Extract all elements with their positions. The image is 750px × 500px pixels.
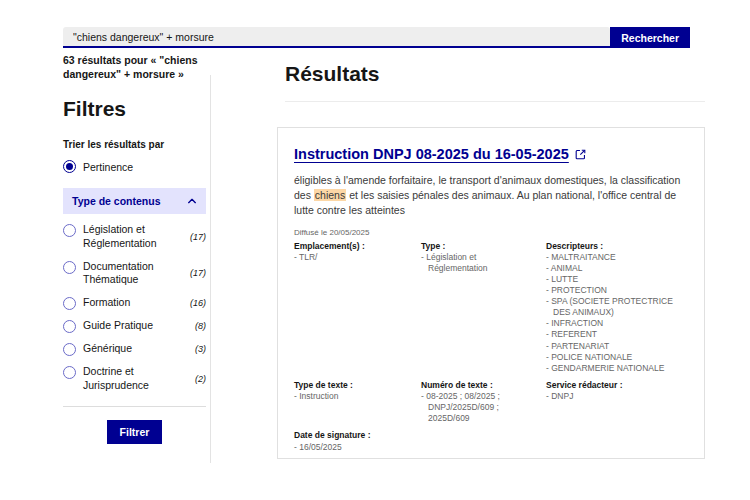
result-count: 63 résultats pour « "chiens dangereux" +…	[63, 53, 206, 81]
content-type-accordion[interactable]: Type de contenus	[63, 188, 206, 214]
meta-field-value: Instruction	[294, 391, 413, 402]
content-type-count: (2)	[195, 374, 206, 384]
content-type-count: (8)	[195, 321, 206, 331]
meta-field-value: MALTRAITANCE	[546, 252, 680, 263]
result-card: Instruction DNPJ 08-2025 du 16-05-2025 é…	[277, 127, 705, 459]
content-type-option[interactable]: Documentation Thématique (17)	[63, 260, 206, 287]
meta-field-label: Descripteurs :	[546, 241, 680, 252]
meta-field-value: POLICE NATIONALE	[546, 352, 680, 363]
radio-unselected-icon[interactable]	[63, 320, 76, 333]
radio-unselected-icon[interactable]	[63, 343, 76, 356]
search-input[interactable]	[63, 27, 610, 48]
content-type-label: Formation	[83, 296, 183, 310]
results-rule	[285, 101, 705, 102]
meta-field-value: 16/05/2025	[294, 442, 413, 453]
meta-field-value: Législation et Réglementation	[421, 252, 538, 274]
meta-field-value: GENDARMERIE NATIONALE	[546, 363, 680, 374]
content-type-options: Législation et Réglementation (17) Docum…	[63, 223, 206, 392]
result-title-link[interactable]: Instruction DNPJ 08-2025 du 16-05-2025	[294, 146, 569, 162]
filters-title: Filtres	[63, 97, 206, 121]
content-type-label: Législation et Réglementation	[83, 223, 183, 250]
content-type-option[interactable]: Doctrine et Jurisprudence (2)	[63, 365, 206, 392]
meta-field-value: DNPJ	[546, 391, 680, 402]
content-type-option[interactable]: Législation et Réglementation (17)	[63, 223, 206, 250]
meta-field: Emplacement(s) :TLR/	[294, 241, 421, 374]
meta-field-label: Service rédacteur :	[546, 380, 680, 391]
meta-field-label: Type :	[421, 241, 538, 252]
meta-field: Numéro de texte :08-2025 ; 08/2025 ; DNP…	[421, 380, 546, 425]
meta-field-label: Type de texte :	[294, 380, 413, 391]
content-type-option[interactable]: Formation (16)	[63, 296, 206, 310]
meta-field-value: ANIMAL	[546, 263, 680, 274]
meta-field: Descripteurs :MALTRAITANCEANIMALLUTTEPRO…	[546, 241, 688, 374]
meta-field: Service rédacteur :DNPJ	[546, 380, 688, 425]
meta-field-value: PARTENARIAT	[546, 341, 680, 352]
meta-field-value: SPA (SOCIETE PROTECTRICE DES ANIMAUX)	[546, 296, 680, 318]
search-button[interactable]: Rechercher	[610, 27, 690, 48]
meta-field-value: 08-2025 ; 08/2025 ; DNPJ/2025D/609 ; 202…	[421, 391, 538, 424]
content-type-count: (16)	[190, 298, 206, 308]
sort-option-label: Pertinence	[83, 161, 133, 173]
content-type-option[interactable]: Générique (3)	[63, 342, 206, 356]
accordion-label: Type de contenus	[72, 195, 161, 207]
content-type-count: (17)	[190, 232, 206, 242]
sort-option-pertinence[interactable]: Pertinence	[63, 160, 206, 173]
content-type-label: Doctrine et Jurisprudence	[83, 365, 188, 392]
content-type-option[interactable]: Guide Pratique (8)	[63, 319, 206, 333]
external-link-icon	[575, 149, 586, 160]
meta-field: Type :Législation et Réglementation	[421, 241, 546, 374]
radio-unselected-icon[interactable]	[63, 224, 76, 237]
meta-field-value: INFRACTION	[546, 318, 680, 329]
results-main: Résultats	[285, 62, 705, 102]
meta-field-value: REFERENT	[546, 329, 680, 340]
filter-button[interactable]: Filtrer	[107, 420, 163, 444]
radio-unselected-icon[interactable]	[63, 366, 76, 379]
filters-sidebar: 63 résultats pour « "chiens dangereux" +…	[63, 53, 206, 444]
radio-selected-icon[interactable]	[63, 160, 76, 173]
content-type-label: Documentation Thématique	[83, 260, 183, 287]
sort-label: Trier les résultats par	[63, 139, 206, 150]
meta-field: Date de signature :16/05/2025	[294, 430, 421, 453]
content-type-count: (3)	[195, 344, 206, 354]
result-metadata: Emplacement(s) :TLR/Type :Législation et…	[294, 241, 688, 453]
search-bar: Rechercher	[63, 27, 690, 48]
meta-field-value: PROTECTION	[546, 285, 680, 296]
sidebar-divider	[63, 406, 206, 407]
chevron-up-icon	[187, 196, 197, 206]
meta-field-label: Numéro de texte :	[421, 380, 538, 391]
result-snippet: éligibles à l'amende forfaitaire, le tra…	[294, 173, 688, 219]
results-title: Résultats	[285, 62, 705, 86]
snippet-text: et les saisies pénales des animaux. Au p…	[294, 189, 676, 216]
result-title-row: Instruction DNPJ 08-2025 du 16-05-2025	[294, 146, 688, 162]
content-type-label: Générique	[83, 342, 188, 356]
published-date: Diffusé le 20/05/2025	[294, 228, 688, 237]
meta-field-value: TLR/	[294, 252, 413, 263]
meta-field-label: Emplacement(s) :	[294, 241, 413, 252]
radio-unselected-icon[interactable]	[63, 297, 76, 310]
content-type-label: Guide Pratique	[83, 319, 188, 333]
content-type-count: (17)	[190, 268, 206, 278]
meta-field-value: LUTTE	[546, 274, 680, 285]
meta-field: Type de texte :Instruction	[294, 380, 421, 425]
snippet-highlight: chiens	[314, 189, 346, 201]
sidebar-separator	[210, 75, 211, 463]
meta-field-label: Date de signature :	[294, 430, 413, 441]
radio-unselected-icon[interactable]	[63, 261, 76, 274]
